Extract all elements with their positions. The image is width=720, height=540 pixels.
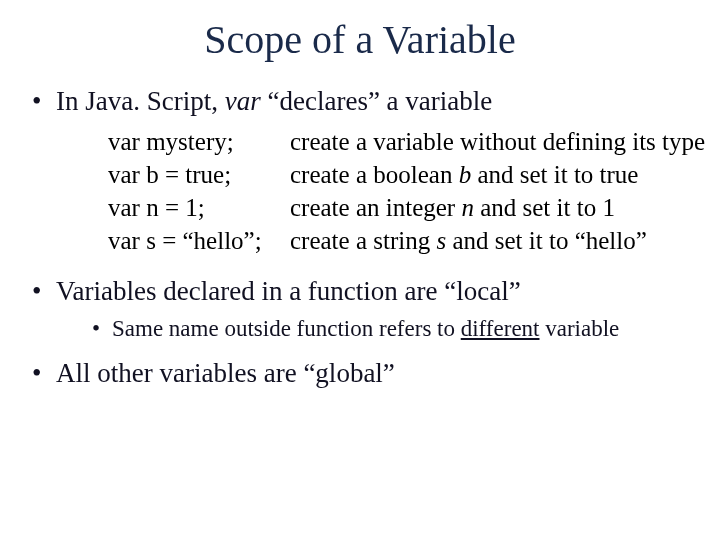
example-desc-1-i: b <box>459 161 472 188</box>
example-desc-3-pre: create a string <box>290 227 436 254</box>
bullet-list: In Java. Script, var “declares” a variab… <box>20 85 700 391</box>
bullet-3-text: All other variables are “global” <box>56 358 395 388</box>
bullet-2-text: Variables declared in a function are “lo… <box>56 276 521 306</box>
bullet-2-sublist: Same name outside function refers to dif… <box>56 315 700 344</box>
example-desc-3-i: s <box>436 227 446 254</box>
bullet-2: Variables declared in a function are “lo… <box>30 275 700 344</box>
example-desc-2: create an integer n and set it to 1 <box>290 191 700 224</box>
bullet-1-text-pre: In Java. Script, <box>56 86 225 116</box>
bullet-2-sub-pre: Same name outside function refers to <box>112 316 461 341</box>
bullet-2-sub: Same name outside function refers to dif… <box>90 315 700 344</box>
bullet-1: In Java. Script, var “declares” a variab… <box>30 85 700 257</box>
example-desc-1: create a boolean b and set it to true <box>290 158 700 191</box>
example-code-0: var mystery; <box>108 125 290 158</box>
example-desc-1-post: and set it to true <box>471 161 638 188</box>
example-desc-0: create a variable without defining its t… <box>290 125 705 158</box>
bullet-2-sub-underline: different <box>461 316 540 341</box>
examples-block: var mystery; create a variable without d… <box>108 125 700 257</box>
example-desc-2-i: n <box>461 194 474 221</box>
example-code-1: var b = true; <box>108 158 290 191</box>
bullet-1-text-post: “declares” a variable <box>261 86 493 116</box>
example-row-1: var b = true; create a boolean b and set… <box>108 158 700 191</box>
slide: Scope of a Variable In Java. Script, var… <box>0 0 720 540</box>
example-desc-1-pre: create a boolean <box>290 161 459 188</box>
example-desc-3: create a string s and set it to “hello” <box>290 224 700 257</box>
slide-title: Scope of a Variable <box>20 16 700 63</box>
example-row-0: var mystery; create a variable without d… <box>108 125 700 158</box>
example-desc-2-post: and set it to 1 <box>474 194 615 221</box>
example-desc-3-post: and set it to “hello” <box>446 227 647 254</box>
example-row-2: var n = 1; create an integer n and set i… <box>108 191 700 224</box>
example-code-3: var s = “hello”; <box>108 224 290 257</box>
bullet-3: All other variables are “global” <box>30 357 700 391</box>
example-row-3: var s = “hello”; create a string s and s… <box>108 224 700 257</box>
bullet-1-var: var <box>225 86 261 116</box>
example-desc-2-pre: create an integer <box>290 194 461 221</box>
bullet-2-sub-post: variable <box>540 316 620 341</box>
example-code-2: var n = 1; <box>108 191 290 224</box>
